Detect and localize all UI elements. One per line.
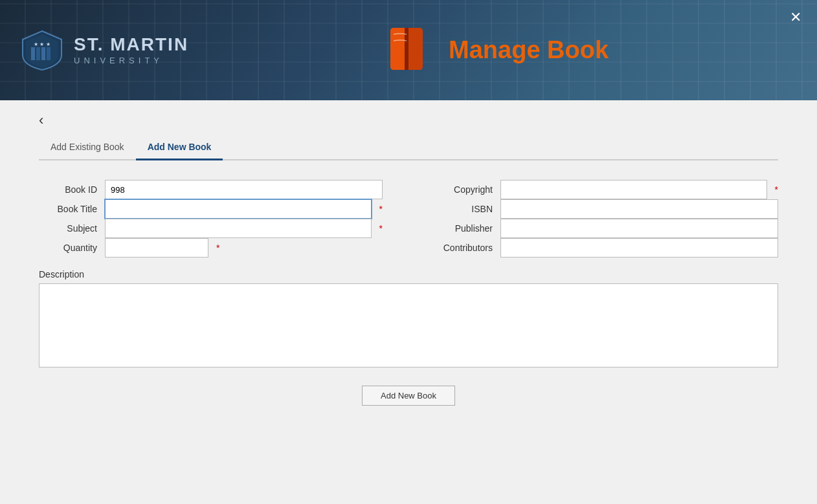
book-id-row: Book ID [39, 180, 383, 199]
quantity-required: * [216, 243, 219, 253]
publisher-label: Publisher [434, 223, 493, 234]
svg-text:★ ★ ★: ★ ★ ★ [34, 41, 50, 47]
quantity-label: Quantity [39, 243, 97, 253]
isbn-input[interactable] [500, 199, 778, 219]
contributors-row: Contributors [434, 238, 778, 257]
contributors-label: Contributors [434, 243, 493, 253]
tab-add-new[interactable]: Add New Book [136, 135, 223, 160]
subject-label: Subject [39, 223, 97, 234]
form-col-right: Copyright * ISBN Publisher Contributors [434, 180, 778, 257]
quantity-row: Quantity * [39, 238, 383, 257]
isbn-label: ISBN [434, 204, 493, 214]
book-icon [377, 21, 436, 80]
description-label: Description [39, 269, 778, 279]
svg-rect-2 [36, 47, 40, 60]
add-new-book-button[interactable]: Add New Book [362, 386, 455, 406]
book-title-label: Book Title [39, 204, 97, 214]
subject-row: Subject * [39, 219, 383, 238]
svg-rect-1 [31, 47, 35, 60]
form-col-left: Book ID Book Title * Subject * Qu [39, 180, 383, 257]
publisher-input[interactable] [500, 219, 778, 238]
back-button[interactable]: ‹ [39, 100, 43, 135]
book-title-required: * [379, 204, 383, 214]
shield-icon: ★ ★ ★ [19, 28, 65, 73]
book-id-input[interactable] [105, 180, 383, 199]
modal-body: ‹ Add Existing Book Add New Book Book ID… [0, 100, 817, 504]
copyright-row: Copyright * [434, 180, 778, 199]
copyright-input[interactable] [500, 180, 767, 199]
subject-input[interactable] [105, 219, 372, 238]
book-title-row: Book Title * [39, 199, 383, 219]
header-content: ★ ★ ★ ST. MARTIN UNIVERSITY [0, 0, 817, 100]
publisher-row: Publisher [434, 219, 778, 238]
tab-add-existing[interactable]: Add Existing Book [39, 135, 136, 160]
logo-area: ★ ★ ★ ST. MARTIN UNIVERSITY [19, 28, 188, 73]
book-title-input[interactable] [105, 199, 372, 219]
book-id-label: Book ID [39, 184, 97, 195]
form-actions: Add New Book [39, 386, 778, 406]
quantity-input[interactable] [105, 238, 208, 257]
header-center: Manage Book [188, 21, 798, 80]
svg-rect-3 [41, 47, 45, 60]
copyright-required: * [775, 184, 778, 195]
university-name: ST. MARTIN UNIVERSITY [74, 35, 188, 66]
copyright-label: Copyright [434, 184, 493, 195]
svg-rect-4 [47, 47, 50, 60]
university-main-name: ST. MARTIN [74, 35, 188, 55]
description-section: Description [39, 269, 778, 370]
form-grid: Book ID Book Title * Subject * Qu [39, 180, 778, 257]
university-sub-name: UNIVERSITY [74, 56, 188, 65]
subject-required: * [379, 223, 383, 234]
description-textarea[interactable] [39, 283, 778, 367]
contributors-input[interactable] [500, 238, 778, 257]
modal-container: ★ ★ ★ ST. MARTIN UNIVERSITY [0, 0, 817, 504]
tabs-container: Add Existing Book Add New Book [39, 135, 778, 160]
header: ★ ★ ★ ST. MARTIN UNIVERSITY [0, 0, 817, 100]
close-button[interactable]: ✕ [785, 8, 807, 27]
isbn-row: ISBN [434, 199, 778, 219]
page-title: Manage Book [449, 36, 609, 64]
